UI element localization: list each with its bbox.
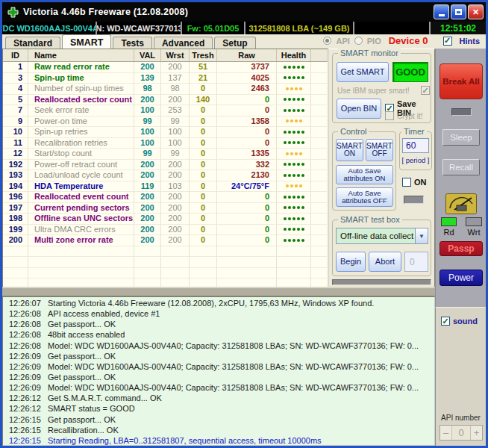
begin-button[interactable]: Begin (336, 252, 366, 272)
table-row[interactable]: 7 Seek error rate 100 253 0 0 (3, 105, 328, 116)
table-row[interactable]: 199 Ultra DMA CRC errors 200 200 0 0 (3, 225, 328, 236)
tab-standard[interactable]: Standard (5, 37, 60, 49)
table-row[interactable] (3, 268, 328, 279)
cell-id: 1 (3, 62, 28, 73)
table-row[interactable]: 11 Recalibration retries 100 100 0 0 (3, 138, 328, 149)
cell-health (277, 181, 311, 193)
table-row[interactable] (3, 257, 328, 268)
table-row[interactable]: 4 Number of spin-up times 98 98 0 2463 (3, 84, 328, 95)
log-time: 12:26:15 (3, 414, 40, 425)
log-time: 12:26:08 (3, 308, 40, 319)
cell-wrst: 200 (161, 214, 190, 225)
passport-button[interactable]: Passp (439, 241, 483, 256)
pio-radio[interactable] (354, 37, 363, 45)
cell-tresh (190, 246, 217, 258)
log-text: Get passport... OK (40, 372, 116, 382)
chevron-down-icon[interactable]: ▼ (415, 228, 428, 243)
health-dot (297, 131, 300, 134)
log-splitter[interactable] (2, 287, 435, 296)
open-bin-button[interactable]: Open BIN (337, 99, 381, 119)
timer-on-checkbox[interactable] (402, 178, 411, 187)
table-row[interactable]: 196 Reallocated event count 200 200 0 0 (3, 192, 328, 203)
recall-button[interactable]: Recall (442, 159, 480, 175)
health-dot (293, 206, 295, 209)
test-select[interactable]: Off-line data collect ▼ (336, 228, 428, 244)
table-row[interactable]: 193 Load/unload cycle count 200 200 0 21… (3, 170, 328, 181)
table-row[interactable]: 197 Current pending sectors 200 200 0 0 (3, 203, 328, 214)
crypt-checkbox[interactable] (385, 111, 394, 120)
cell-raw: 0 (217, 235, 277, 246)
log-time: 12:26:09 (3, 372, 40, 382)
cell-health (277, 214, 311, 225)
get-smart-button[interactable]: Get SMART (337, 62, 389, 82)
cell-name: Reallocated event count (28, 192, 134, 203)
cell-wrst: 200 (161, 235, 190, 246)
table-row[interactable]: 12 Start/stop count 99 99 0 1335 (3, 149, 328, 160)
minimize-button[interactable] (434, 4, 449, 19)
smart-off-button[interactable]: SMART OFF (366, 139, 393, 161)
table-row[interactable]: 198 Offline scan UNC sectors 200 200 0 0 (3, 214, 328, 225)
api-radio-label: API (336, 37, 349, 46)
log-panel[interactable]: 12:26:07 Starting Victoria 4.46b Freewar… (2, 296, 435, 446)
timer-input[interactable]: 60 (402, 138, 429, 153)
table-row[interactable]: 194 HDA Temperature 119 103 0 24°C/75°F (3, 181, 328, 193)
health-dot (301, 196, 304, 199)
cell-raw (217, 246, 277, 258)
check-icon: ✓ (442, 317, 448, 326)
table-row[interactable]: 1 Raw read error rate 200 200 51 3737 (3, 62, 328, 73)
table-row[interactable]: 5 Reallocated sector count 200 200 140 0 (3, 95, 328, 106)
cell-val: 200 (134, 95, 161, 106)
api-radio[interactable] (323, 37, 331, 45)
log-time: 12:26:07 (3, 298, 40, 308)
bottom-right-panel: ✓ sound API number – 0 + (435, 307, 486, 446)
hints-checkbox[interactable]: ✓ (443, 37, 452, 46)
cell-val: 99 (134, 149, 161, 160)
tab-advanced[interactable]: Advanced (154, 37, 213, 49)
power-button[interactable]: Power (439, 270, 483, 286)
cell-health (277, 73, 311, 84)
cell-wrst: 200 (161, 192, 190, 203)
cell-tresh: 21 (190, 73, 217, 84)
health-dot (284, 76, 287, 79)
break-all-button[interactable]: Break All (439, 63, 483, 99)
tab-tests[interactable]: Tests (113, 37, 151, 49)
window-title: Victoria 4.46b Freeware (12.08.2008) (23, 7, 188, 17)
tab-setup[interactable]: Setup (214, 37, 255, 49)
log-line: 12:26:08 Get passport... OK (3, 319, 434, 329)
table-row[interactable]: 9 Power-on time 99 99 0 1358 (3, 116, 328, 128)
health-dot (288, 206, 291, 209)
ibm-smart-checkbox[interactable]: ✓ (421, 86, 430, 95)
health-dot (293, 174, 295, 177)
table-row[interactable] (3, 246, 328, 258)
autosave-on-button[interactable]: Auto Save attributes ON (336, 165, 393, 184)
log-text: Starting Victoria 4.46b Freeware (12.08.… (40, 298, 374, 308)
tab-smart[interactable]: SMART (62, 34, 111, 49)
cell-id (3, 257, 28, 268)
table-row[interactable] (3, 279, 328, 287)
stepper-plus-button[interactable]: + (470, 426, 482, 440)
close-button[interactable]: ✕ (468, 4, 484, 19)
crypt-row: Crypt it! (385, 111, 425, 120)
cell-raw: 0 (217, 192, 277, 203)
abort-button[interactable]: Abort (369, 252, 401, 272)
autosave-off-button[interactable]: Auto Save attributes OFF (336, 187, 393, 207)
table-row[interactable]: 3 Spin-up time 139 137 21 4025 (3, 73, 328, 84)
cell-name: Seek error rate (28, 105, 134, 116)
sound-checkbox[interactable]: ✓ (441, 317, 450, 326)
table-row[interactable]: 10 Spin-up retries 100 100 0 0 (3, 127, 328, 138)
maximize-button[interactable] (451, 4, 466, 19)
test-counter-input[interactable]: 0 (404, 252, 428, 272)
cell-tresh: 0 (190, 235, 217, 246)
table-row[interactable]: 200 Multi zone error rate 200 200 0 0 (3, 235, 328, 246)
table-row[interactable]: 192 Power-off retract count 200 200 0 33… (3, 160, 328, 171)
health-dot (297, 174, 300, 177)
stepper-minus-button[interactable]: – (440, 426, 452, 440)
read-led (441, 217, 457, 226)
smart-status-indicator: GOOD (392, 62, 428, 82)
cell-raw (217, 279, 277, 287)
log-line: 12:26:15 Get passport... OK (3, 414, 434, 425)
log-text: Model: WDC WD1600AAJS-00V4A0; Capacity: … (40, 361, 419, 372)
smart-on-button[interactable]: SMART ON (336, 139, 363, 161)
health-dot (301, 98, 304, 101)
sleep-button[interactable]: Sleep (442, 129, 480, 146)
